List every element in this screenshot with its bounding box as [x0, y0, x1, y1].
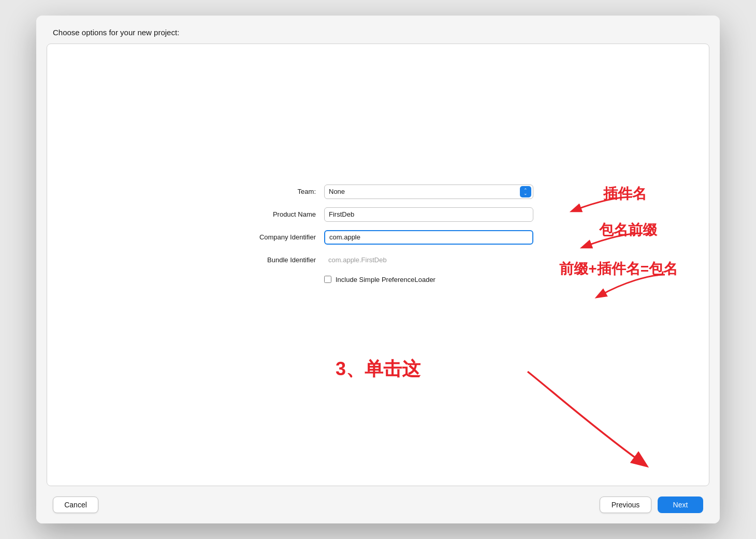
product-name-input[interactable] — [324, 207, 533, 222]
dialog-title: Choose options for your new project: — [53, 28, 179, 37]
company-identifier-label: Company Identifier — [223, 233, 316, 241]
dialog-content-area: Team: None Product Name Company Identifi… — [47, 44, 709, 486]
team-label: Team: — [223, 188, 316, 195]
dialog-header: Choose options for your new project: — [36, 16, 720, 44]
bundle-formula-annotation-text: 前缀+插件名=包名 — [559, 261, 678, 277]
company-identifier-row: Company Identifier — [223, 230, 533, 245]
bundle-formula-annotation: 前缀+插件名=包名 — [559, 259, 678, 279]
click-instruction-annotation: 3、单击这 — [336, 357, 420, 382]
bundle-identifier-label: Bundle Identifier — [223, 256, 316, 264]
product-name-wrapper — [324, 207, 533, 222]
dialog-footer: Cancel Previous Next — [36, 486, 720, 523]
click-instruction-text: 3、单击这 — [336, 358, 420, 379]
project-options-dialog: Choose options for your new project: Tea… — [36, 16, 720, 523]
bundle-identifier-display — [324, 253, 533, 267]
company-identifier-wrapper — [324, 230, 533, 245]
click-next-arrow — [502, 361, 657, 475]
bundle-identifier-row: Bundle Identifier — [223, 253, 533, 267]
product-name-row: Product Name — [223, 207, 533, 222]
plugin-name-annotation-text: 插件名 — [603, 186, 647, 202]
team-select[interactable]: None — [324, 185, 533, 199]
cancel-button[interactable]: Cancel — [53, 497, 98, 513]
product-name-label: Product Name — [223, 210, 316, 218]
team-row: Team: None — [223, 185, 533, 199]
package-prefix-annotation-text: 包名前缀 — [599, 222, 657, 238]
company-identifier-input[interactable] — [324, 230, 533, 245]
include-preference-loader-checkbox[interactable] — [324, 276, 331, 283]
plugin-name-annotation: 插件名 — [603, 184, 647, 204]
footer-right-buttons: Previous Next — [600, 497, 703, 513]
team-select-wrapper: None — [324, 185, 533, 199]
bundle-identifier-wrapper — [324, 253, 533, 267]
package-prefix-annotation: 包名前缀 — [599, 220, 657, 240]
checkbox-row: Include Simple PreferenceLoader — [223, 276, 533, 283]
next-button[interactable]: Next — [658, 497, 703, 513]
checkbox-label: Include Simple PreferenceLoader — [336, 276, 435, 283]
previous-button[interactable]: Previous — [600, 497, 651, 513]
